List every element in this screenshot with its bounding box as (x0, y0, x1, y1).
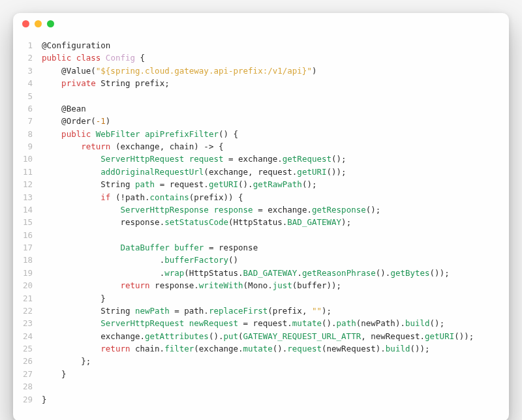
code-line[interactable]: 28 (13, 380, 509, 393)
token: return (100, 344, 130, 353)
code-content[interactable]: return chain.filter(exchange.mutate().re… (42, 342, 509, 355)
line-number: 22 (13, 305, 42, 317)
code-line[interactable]: 9 return (exchange, chain) -> { (13, 140, 509, 153)
line-number: 21 (13, 292, 42, 305)
line-number: 11 (13, 166, 42, 178)
line-number: 10 (13, 153, 42, 165)
code-line[interactable]: 17 DataBuffer buffer = response (13, 241, 509, 254)
code-line[interactable]: 16 (13, 229, 509, 241)
code-line[interactable]: 20 return response.writeWith(Mono.just(b… (13, 279, 509, 292)
code-content[interactable]: } (42, 393, 509, 406)
code-line[interactable]: 7 @Order(-1) (13, 115, 509, 127)
token: getBytes (390, 268, 429, 278)
code-content[interactable]: if (!path.contains(prefix)) { (42, 191, 509, 203)
token: (HttpStatus. (228, 217, 287, 227)
code-content[interactable]: public WebFilter apiPrefixFilter() { (42, 128, 509, 140)
code-line[interactable]: 6 @Bean (13, 102, 509, 115)
code-content[interactable]: .bufferFactory() (42, 254, 509, 266)
code-content[interactable]: return response.writeWith(Mono.just(buff… (42, 279, 509, 292)
code-line[interactable]: 21 } (13, 292, 509, 305)
code-line[interactable]: 23 ServerHttpRequest newRequest = reques… (13, 317, 509, 329)
code-content[interactable]: return (exchange, chain) -> { (42, 140, 509, 153)
token: } (61, 369, 67, 379)
line-number: 12 (13, 178, 42, 190)
code-content[interactable]: response.setStatusCode(HttpStatus.BAD_GA… (42, 216, 509, 228)
code-line[interactable]: 14 ServerHttpResponse response = exchang… (13, 203, 509, 216)
code-content[interactable]: ServerHttpRequest request = exchange.get… (42, 153, 509, 165)
code-line[interactable]: 4 private String prefix; (13, 77, 509, 89)
token: @Value (61, 66, 91, 76)
token: ()); (430, 268, 450, 278)
code-line[interactable]: 1@Configuration (13, 39, 509, 52)
editor-window: 1@Configuration2public class Config {3 @… (13, 13, 509, 420)
line-number: 27 (13, 368, 42, 380)
code-content[interactable]: ServerHttpResponse response = exchange.g… (42, 203, 509, 216)
code-content[interactable]: @Value("${spring.cloud.gateway.api-prefi… (42, 65, 509, 77)
code-line[interactable]: 25 return chain.filter(exchange.mutate()… (13, 342, 509, 355)
minimize-icon[interactable] (35, 20, 42, 27)
token: public (61, 129, 91, 139)
token: ()); (327, 167, 346, 177)
line-number: 7 (13, 115, 42, 127)
code-content[interactable]: private String prefix; (42, 77, 509, 89)
code-content[interactable]: exchange.getAttributes().put(GATEWAY_REQ… (42, 330, 509, 342)
code-line[interactable]: 29} (13, 393, 509, 406)
code-line[interactable]: 13 if (!path.contains(prefix)) { (13, 191, 509, 203)
token: ) (106, 116, 111, 126)
code-content[interactable]: @Configuration (42, 39, 509, 52)
line-number: 17 (13, 241, 42, 254)
token: @Bean (61, 104, 86, 113)
code-line[interactable]: 26 }; (13, 355, 509, 367)
token: apiPrefixFilter (145, 129, 219, 139)
token: "${spring.cloud.gateway.api-prefix:/v1/a… (96, 66, 312, 76)
token: String (100, 306, 130, 316)
code-content[interactable]: public class Config { (42, 52, 509, 64)
code-line[interactable]: 11 addOriginalRequestUrl(exchange, reque… (13, 166, 509, 178)
code-line[interactable]: 10 ServerHttpRequest request = exchange.… (13, 153, 509, 165)
line-number: 19 (13, 267, 42, 279)
token: (). (322, 318, 337, 328)
close-icon[interactable] (22, 20, 29, 27)
code-line[interactable]: 15 response.setStatusCode(HttpStatus.BAD… (13, 216, 509, 228)
token: public (42, 53, 71, 63)
code-content[interactable]: .wrap(HttpStatus.BAD_GATEWAY.getReasonPh… (42, 267, 509, 279)
token: (). (238, 179, 253, 189)
code-content[interactable]: ServerHttpRequest newRequest = request.m… (42, 317, 509, 329)
code-line[interactable]: 2public class Config { (13, 52, 509, 64)
code-content[interactable]: } (42, 368, 509, 380)
token: path (135, 179, 155, 189)
token: class (76, 53, 101, 63)
code-line[interactable]: 27 } (13, 368, 509, 380)
token: just (273, 280, 292, 290)
line-number: 18 (13, 254, 42, 266)
token: BAD_GATEWAY (243, 268, 298, 278)
token: writeWith (199, 280, 243, 290)
code-line[interactable]: 3 @Value("${spring.cloud.gateway.api-pre… (13, 65, 509, 77)
code-line[interactable]: 12 String path = request.getURI().getRaw… (13, 178, 509, 190)
code-line[interactable]: 19 .wrap(HttpStatus.BAD_GATEWAY.getReaso… (13, 267, 509, 279)
token: replaceFirst (209, 306, 268, 316)
code-content[interactable]: }; (42, 355, 509, 367)
code-content[interactable]: @Bean (42, 102, 509, 115)
token: ) (312, 66, 317, 76)
code-content[interactable]: String newPath = path.replaceFirst(prefi… (42, 305, 509, 317)
code-content[interactable]: DataBuffer buffer = response (42, 241, 509, 254)
code-line[interactable]: 18 .bufferFactory() (13, 254, 509, 266)
code-content[interactable]: } (42, 292, 509, 305)
token: (!path. (110, 192, 149, 202)
code-line[interactable]: 5 (13, 90, 509, 102)
code-line[interactable]: 22 String newPath = path.replaceFirst(pr… (13, 305, 509, 317)
token: getRawPath (253, 179, 302, 189)
code-content[interactable]: addOriginalRequestUrl(exchange, request.… (42, 166, 509, 178)
token: } (100, 293, 106, 303)
token: ( (91, 66, 96, 76)
code-line[interactable]: 24 exchange.getAttributes().put(GATEWAY_… (13, 330, 509, 342)
code-line[interactable]: 8 public WebFilter apiPrefixFilter() { (13, 128, 509, 140)
code-editor[interactable]: 1@Configuration2public class Config {3 @… (13, 34, 509, 420)
line-number: 25 (13, 342, 42, 355)
code-content[interactable]: String path = request.getURI().getRawPat… (42, 178, 509, 190)
code-content[interactable]: @Order(-1) (42, 115, 509, 127)
maximize-icon[interactable] (47, 20, 54, 27)
line-number: 23 (13, 317, 42, 329)
token: filter (164, 344, 194, 353)
